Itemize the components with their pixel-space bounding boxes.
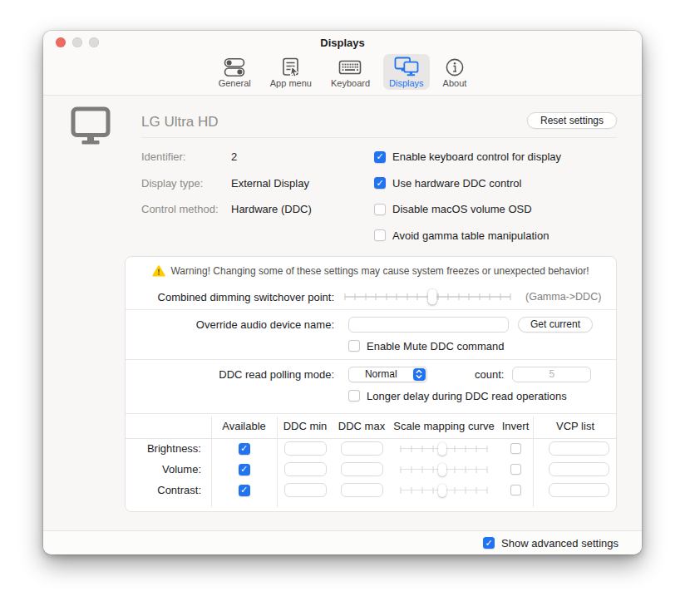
delay-row: Longer delay during DDC read operations [348, 387, 616, 404]
show-advanced-checkbox[interactable] [483, 537, 495, 549]
longer-delay-label: Longer delay during DDC read operations [367, 390, 567, 402]
contrast-ddc-min-input[interactable] [284, 483, 327, 497]
header-divider [141, 137, 617, 138]
warning-icon [152, 265, 165, 277]
slider-tick [448, 293, 449, 300]
slider-tick [417, 293, 418, 300]
tab-about[interactable]: About [437, 54, 473, 90]
tab-displays[interactable]: Displays [383, 54, 430, 90]
enable-mute-checkbox[interactable] [348, 340, 360, 352]
slider-tick [422, 446, 423, 452]
slider-tick [487, 487, 488, 494]
polling-section: DDC read polling mode: Normal count: [126, 359, 616, 413]
advanced-settings-panel: Warning! Changing some of these settings… [125, 256, 617, 512]
tab-label: App menu [270, 78, 312, 88]
volume-curve-slider[interactable] [401, 462, 487, 477]
app-menu-icon [281, 57, 301, 77]
slider-tick [476, 466, 477, 473]
slider-tick [407, 293, 407, 300]
slider-tick [479, 293, 480, 300]
brightness-vcp-input[interactable] [549, 441, 609, 456]
option-enable-keyboard-control: Enable keyboard control for display [374, 144, 561, 170]
table-header-divider [126, 438, 616, 439]
info-icon [445, 57, 465, 77]
slider-tick [455, 487, 456, 494]
contrast-vcp-input[interactable] [549, 483, 609, 497]
tab-keyboard[interactable]: Keyboard [325, 54, 376, 90]
brightness-curve-slider[interactable] [401, 441, 487, 456]
slider-tick [401, 466, 402, 473]
enable-keyboard-control-checkbox[interactable] [374, 151, 386, 163]
longer-delay-checkbox[interactable] [348, 390, 360, 402]
audio-device-input[interactable] [348, 317, 509, 333]
toolbar: General App menu [43, 54, 642, 95]
table-divider [211, 416, 212, 507]
polling-mode-label: DDC read polling mode: [126, 368, 334, 381]
contrast-invert-checkbox[interactable] [510, 485, 521, 495]
contrast-ddc-max-input[interactable] [341, 483, 383, 497]
slider-tick [422, 487, 423, 494]
get-current-button[interactable]: Get current [518, 317, 593, 333]
option-avoid-gamma: Avoid gamma table manipulation [374, 223, 561, 249]
window-chrome: Displays General [43, 31, 642, 96]
contrast-curve-slider[interactable] [401, 483, 487, 498]
polling-mode-select[interactable]: Normal [348, 367, 427, 382]
disable-volume-osd-checkbox[interactable] [374, 204, 386, 215]
brightness-ddc-max-input[interactable] [341, 441, 383, 456]
volume-available-checkbox[interactable] [239, 464, 250, 476]
displays-pane: LG Ultra HD Reset settings Identifier: 2… [43, 96, 642, 530]
slider-tick [487, 446, 488, 452]
show-advanced-label: Show advanced settings [501, 537, 618, 549]
displays-window: Displays General [43, 31, 642, 554]
volume-ddc-min-input[interactable] [284, 462, 327, 476]
slider-knob[interactable] [438, 484, 446, 497]
count-input[interactable] [512, 367, 591, 382]
volume-vcp-input[interactable] [549, 462, 609, 476]
slider-tick [411, 446, 412, 452]
dimming-slider[interactable] [345, 288, 510, 305]
slider-tick [376, 293, 377, 300]
mute-row: Enable Mute DDC command [348, 338, 616, 354]
volume-invert-checkbox[interactable] [510, 464, 521, 475]
contrast-available-checkbox[interactable] [239, 485, 250, 496]
display-type-label: Display type: [141, 177, 231, 190]
slider-tick [476, 487, 477, 494]
slider-tick [500, 293, 500, 300]
info-row-display-type: Display type: External Display [141, 170, 312, 197]
row-label: Volume: [126, 463, 211, 476]
table-divider [533, 416, 534, 507]
option-disable-volume-osd: Disable macOS volume OSD [374, 196, 561, 223]
keyboard-icon [338, 57, 362, 77]
slider-knob[interactable] [428, 289, 437, 305]
brightness-ddc-min-input[interactable] [284, 441, 327, 456]
slider-tick [433, 466, 434, 473]
polling-row: DDC read polling mode: Normal count: [126, 366, 616, 382]
tab-app-menu[interactable]: App menu [264, 54, 318, 90]
control-method-value: Hardware (DDC) [231, 203, 312, 215]
avoid-gamma-checkbox[interactable] [374, 229, 386, 241]
slider-tick [466, 446, 466, 452]
dimming-row: Combined dimming switchover point: (Gamm… [126, 284, 616, 309]
volume-ddc-max-input[interactable] [341, 462, 383, 476]
display-options: Enable keyboard control for display Use … [374, 144, 561, 249]
header-available: Available [211, 420, 277, 432]
slider-knob[interactable] [438, 442, 446, 456]
slider-tick [433, 446, 434, 452]
slider-tick [345, 293, 346, 300]
footer-bar: Show advanced settings [43, 530, 642, 554]
reset-settings-button[interactable]: Reset settings [527, 112, 617, 129]
brightness-available-checkbox[interactable] [239, 443, 250, 455]
tab-general[interactable]: General [213, 54, 257, 90]
row-label: Contrast: [126, 484, 211, 496]
slider-knob[interactable] [438, 463, 446, 476]
header-vcp-list: VCP list [533, 420, 617, 432]
option-use-hardware-ddc: Use hardware DDC control [374, 170, 561, 197]
option-label: Avoid gamma table manipulation [392, 229, 549, 242]
enable-mute-label: Enable Mute DDC command [367, 340, 504, 352]
header-ddc-min: DDC min [277, 420, 333, 432]
identifier-value: 2 [231, 150, 237, 163]
use-hardware-ddc-checkbox[interactable] [374, 177, 386, 189]
audio-row: Override audio device name: Get current [126, 316, 616, 333]
brightness-invert-checkbox[interactable] [510, 443, 521, 454]
slider-tick [455, 446, 456, 452]
